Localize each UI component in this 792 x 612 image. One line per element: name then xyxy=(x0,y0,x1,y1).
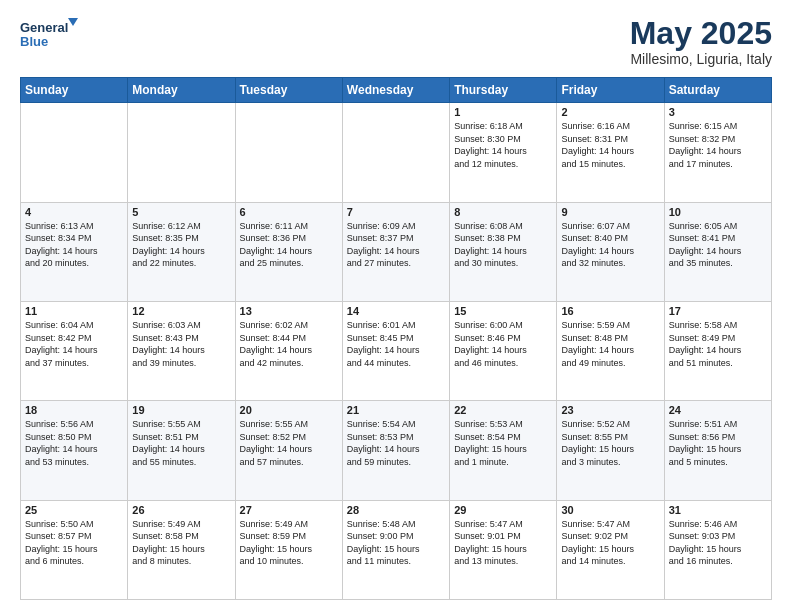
day-number: 29 xyxy=(454,504,552,516)
subtitle: Millesimo, Liguria, Italy xyxy=(630,51,772,67)
day-number: 4 xyxy=(25,206,123,218)
calendar-cell: 22Sunrise: 5:53 AM Sunset: 8:54 PM Dayli… xyxy=(450,401,557,500)
day-info: Sunrise: 5:59 AM Sunset: 8:48 PM Dayligh… xyxy=(561,319,659,369)
calendar-cell: 25Sunrise: 5:50 AM Sunset: 8:57 PM Dayli… xyxy=(21,500,128,599)
day-info: Sunrise: 5:49 AM Sunset: 8:58 PM Dayligh… xyxy=(132,518,230,568)
day-number: 10 xyxy=(669,206,767,218)
day-number: 15 xyxy=(454,305,552,317)
calendar-cell: 29Sunrise: 5:47 AM Sunset: 9:01 PM Dayli… xyxy=(450,500,557,599)
day-info: Sunrise: 5:55 AM Sunset: 8:52 PM Dayligh… xyxy=(240,418,338,468)
day-number: 8 xyxy=(454,206,552,218)
calendar-cell: 31Sunrise: 5:46 AM Sunset: 9:03 PM Dayli… xyxy=(664,500,771,599)
day-number: 26 xyxy=(132,504,230,516)
calendar-day-header: Friday xyxy=(557,78,664,103)
day-info: Sunrise: 6:04 AM Sunset: 8:42 PM Dayligh… xyxy=(25,319,123,369)
logo-svg: General Blue xyxy=(20,16,80,52)
svg-marker-2 xyxy=(68,18,78,26)
calendar-cell: 11Sunrise: 6:04 AM Sunset: 8:42 PM Dayli… xyxy=(21,301,128,400)
calendar-cell: 12Sunrise: 6:03 AM Sunset: 8:43 PM Dayli… xyxy=(128,301,235,400)
calendar-table: SundayMondayTuesdayWednesdayThursdayFrid… xyxy=(20,77,772,600)
day-info: Sunrise: 5:55 AM Sunset: 8:51 PM Dayligh… xyxy=(132,418,230,468)
calendar-cell xyxy=(21,103,128,202)
day-info: Sunrise: 6:03 AM Sunset: 8:43 PM Dayligh… xyxy=(132,319,230,369)
day-info: Sunrise: 5:53 AM Sunset: 8:54 PM Dayligh… xyxy=(454,418,552,468)
calendar-cell: 23Sunrise: 5:52 AM Sunset: 8:55 PM Dayli… xyxy=(557,401,664,500)
day-info: Sunrise: 5:49 AM Sunset: 8:59 PM Dayligh… xyxy=(240,518,338,568)
day-info: Sunrise: 6:08 AM Sunset: 8:38 PM Dayligh… xyxy=(454,220,552,270)
calendar-day-header: Saturday xyxy=(664,78,771,103)
day-number: 21 xyxy=(347,404,445,416)
calendar-week-row: 11Sunrise: 6:04 AM Sunset: 8:42 PM Dayli… xyxy=(21,301,772,400)
calendar-cell: 18Sunrise: 5:56 AM Sunset: 8:50 PM Dayli… xyxy=(21,401,128,500)
day-number: 23 xyxy=(561,404,659,416)
calendar-cell: 21Sunrise: 5:54 AM Sunset: 8:53 PM Dayli… xyxy=(342,401,449,500)
calendar-cell: 17Sunrise: 5:58 AM Sunset: 8:49 PM Dayli… xyxy=(664,301,771,400)
calendar-day-header: Wednesday xyxy=(342,78,449,103)
calendar-cell: 13Sunrise: 6:02 AM Sunset: 8:44 PM Dayli… xyxy=(235,301,342,400)
calendar-week-row: 4Sunrise: 6:13 AM Sunset: 8:34 PM Daylig… xyxy=(21,202,772,301)
day-info: Sunrise: 6:07 AM Sunset: 8:40 PM Dayligh… xyxy=(561,220,659,270)
calendar-cell: 19Sunrise: 5:55 AM Sunset: 8:51 PM Dayli… xyxy=(128,401,235,500)
logo: General Blue xyxy=(20,16,80,52)
day-info: Sunrise: 6:18 AM Sunset: 8:30 PM Dayligh… xyxy=(454,120,552,170)
day-number: 13 xyxy=(240,305,338,317)
calendar-week-row: 1Sunrise: 6:18 AM Sunset: 8:30 PM Daylig… xyxy=(21,103,772,202)
main-title: May 2025 xyxy=(630,16,772,51)
calendar-day-header: Monday xyxy=(128,78,235,103)
calendar-cell: 26Sunrise: 5:49 AM Sunset: 8:58 PM Dayli… xyxy=(128,500,235,599)
day-info: Sunrise: 5:56 AM Sunset: 8:50 PM Dayligh… xyxy=(25,418,123,468)
day-number: 25 xyxy=(25,504,123,516)
day-number: 19 xyxy=(132,404,230,416)
calendar-cell: 4Sunrise: 6:13 AM Sunset: 8:34 PM Daylig… xyxy=(21,202,128,301)
calendar-week-row: 25Sunrise: 5:50 AM Sunset: 8:57 PM Dayli… xyxy=(21,500,772,599)
day-info: Sunrise: 6:12 AM Sunset: 8:35 PM Dayligh… xyxy=(132,220,230,270)
day-number: 18 xyxy=(25,404,123,416)
day-info: Sunrise: 5:48 AM Sunset: 9:00 PM Dayligh… xyxy=(347,518,445,568)
calendar-cell: 3Sunrise: 6:15 AM Sunset: 8:32 PM Daylig… xyxy=(664,103,771,202)
day-number: 3 xyxy=(669,106,767,118)
calendar-cell: 10Sunrise: 6:05 AM Sunset: 8:41 PM Dayli… xyxy=(664,202,771,301)
day-info: Sunrise: 5:50 AM Sunset: 8:57 PM Dayligh… xyxy=(25,518,123,568)
day-info: Sunrise: 5:46 AM Sunset: 9:03 PM Dayligh… xyxy=(669,518,767,568)
calendar-cell: 27Sunrise: 5:49 AM Sunset: 8:59 PM Dayli… xyxy=(235,500,342,599)
day-info: Sunrise: 6:15 AM Sunset: 8:32 PM Dayligh… xyxy=(669,120,767,170)
day-number: 31 xyxy=(669,504,767,516)
day-info: Sunrise: 6:09 AM Sunset: 8:37 PM Dayligh… xyxy=(347,220,445,270)
svg-text:General: General xyxy=(20,20,68,35)
day-number: 9 xyxy=(561,206,659,218)
day-info: Sunrise: 6:00 AM Sunset: 8:46 PM Dayligh… xyxy=(454,319,552,369)
calendar-cell: 20Sunrise: 5:55 AM Sunset: 8:52 PM Dayli… xyxy=(235,401,342,500)
day-info: Sunrise: 6:11 AM Sunset: 8:36 PM Dayligh… xyxy=(240,220,338,270)
day-number: 2 xyxy=(561,106,659,118)
calendar-day-header: Thursday xyxy=(450,78,557,103)
day-info: Sunrise: 5:52 AM Sunset: 8:55 PM Dayligh… xyxy=(561,418,659,468)
calendar-cell: 5Sunrise: 6:12 AM Sunset: 8:35 PM Daylig… xyxy=(128,202,235,301)
calendar-day-header: Sunday xyxy=(21,78,128,103)
day-number: 16 xyxy=(561,305,659,317)
day-number: 11 xyxy=(25,305,123,317)
header: General Blue May 2025 Millesimo, Liguria… xyxy=(20,16,772,67)
day-info: Sunrise: 5:47 AM Sunset: 9:02 PM Dayligh… xyxy=(561,518,659,568)
day-info: Sunrise: 6:13 AM Sunset: 8:34 PM Dayligh… xyxy=(25,220,123,270)
day-number: 1 xyxy=(454,106,552,118)
day-info: Sunrise: 5:51 AM Sunset: 8:56 PM Dayligh… xyxy=(669,418,767,468)
calendar-cell: 24Sunrise: 5:51 AM Sunset: 8:56 PM Dayli… xyxy=(664,401,771,500)
day-number: 6 xyxy=(240,206,338,218)
day-info: Sunrise: 5:58 AM Sunset: 8:49 PM Dayligh… xyxy=(669,319,767,369)
day-number: 22 xyxy=(454,404,552,416)
day-info: Sunrise: 6:05 AM Sunset: 8:41 PM Dayligh… xyxy=(669,220,767,270)
calendar-day-header: Tuesday xyxy=(235,78,342,103)
calendar-cell: 8Sunrise: 6:08 AM Sunset: 8:38 PM Daylig… xyxy=(450,202,557,301)
day-number: 20 xyxy=(240,404,338,416)
day-info: Sunrise: 6:16 AM Sunset: 8:31 PM Dayligh… xyxy=(561,120,659,170)
page: General Blue May 2025 Millesimo, Liguria… xyxy=(0,0,792,612)
day-info: Sunrise: 5:54 AM Sunset: 8:53 PM Dayligh… xyxy=(347,418,445,468)
calendar-header-row: SundayMondayTuesdayWednesdayThursdayFrid… xyxy=(21,78,772,103)
day-number: 12 xyxy=(132,305,230,317)
calendar-cell: 7Sunrise: 6:09 AM Sunset: 8:37 PM Daylig… xyxy=(342,202,449,301)
day-number: 5 xyxy=(132,206,230,218)
calendar-cell: 9Sunrise: 6:07 AM Sunset: 8:40 PM Daylig… xyxy=(557,202,664,301)
day-info: Sunrise: 6:01 AM Sunset: 8:45 PM Dayligh… xyxy=(347,319,445,369)
day-number: 24 xyxy=(669,404,767,416)
calendar-cell: 2Sunrise: 6:16 AM Sunset: 8:31 PM Daylig… xyxy=(557,103,664,202)
